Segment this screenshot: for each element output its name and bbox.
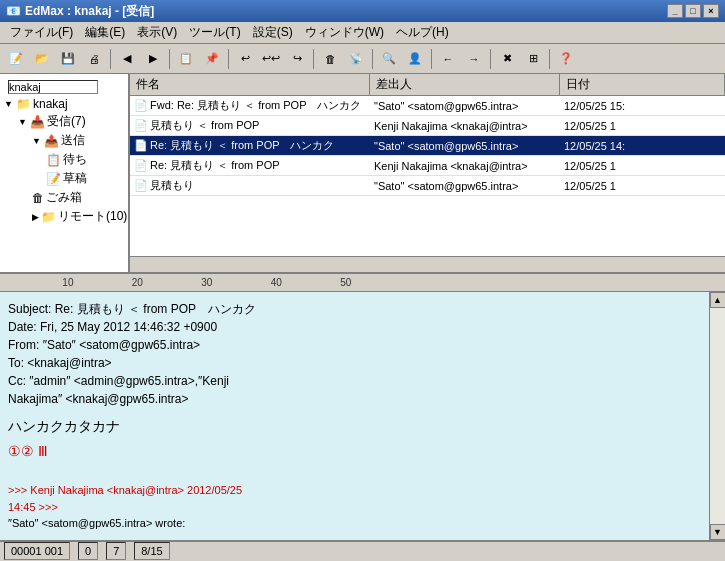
menu-settings[interactable]: 設定(S) (247, 22, 299, 43)
email-subject-4: 📄 見積もり (130, 176, 370, 195)
preview-scrollbar[interactable]: ▲ ▼ (709, 292, 725, 540)
root-icon: 📁 (16, 97, 31, 111)
preview-content[interactable]: Subject: Re: 見積もり ＜ from POP ハンカク Date: … (0, 292, 709, 540)
email-list: 件名 差出人 日付 📄 Fwd: Re: 見積もり ＜ from POP ハンカ… (130, 74, 725, 272)
tb-grid[interactable]: ⊞ (521, 47, 545, 71)
pending-label: 待ち (63, 151, 87, 168)
title-bar-left: 📧 EdMax : knakaj - [受信] (6, 3, 154, 20)
sent-icon: 📤 (44, 134, 59, 148)
tree-item-pending[interactable]: 📋 待ち (46, 150, 124, 169)
email-icon-2: 📄 (134, 139, 148, 152)
email-list-header: 件名 差出人 日付 (130, 74, 725, 96)
tb-back[interactable]: ◀ (115, 47, 139, 71)
status-field2: 0 (78, 542, 98, 560)
email-subject-0: 📄 Fwd: Re: 見積もり ＜ from POP ハンカク (130, 96, 370, 115)
tree-item-trash[interactable]: 🗑 ごみ箱 (32, 188, 124, 207)
toolbar-separator-7 (490, 49, 491, 69)
scroll-up-arrow[interactable]: ▲ (710, 292, 726, 308)
toolbar-separator-1 (110, 49, 111, 69)
title-bar: 📧 EdMax : knakaj - [受信] _ □ × (0, 0, 725, 22)
tb-open[interactable]: 📂 (30, 47, 54, 71)
status-field4: 8/15 (134, 542, 169, 560)
tb-send-receive[interactable]: 📡 (344, 47, 368, 71)
tb-help[interactable]: ❓ (554, 47, 578, 71)
tb-left[interactable]: ← (436, 47, 460, 71)
tb-search[interactable]: 🔍 (377, 47, 401, 71)
remote-label: リモート(10) (58, 208, 127, 225)
status-field3: 7 (106, 542, 126, 560)
email-date-4: 12/05/25 1 (560, 178, 725, 194)
tb-new[interactable]: 📝 (4, 47, 28, 71)
app-icon: 📧 (6, 4, 21, 18)
horizontal-scrollbar[interactable] (130, 256, 725, 272)
menu-file[interactable]: ファイル(F) (4, 22, 79, 43)
tree-sent-children: 📋 待ち 📝 草稿 (46, 150, 124, 188)
email-icon-4: 📄 (134, 179, 148, 192)
tree-root[interactable]: ▼ 📁 knakaj (4, 96, 124, 112)
expand-icon-sent: ▼ (32, 136, 42, 146)
inbox-label: 受信(7) (47, 113, 86, 130)
menu-edit[interactable]: 編集(E) (79, 22, 131, 43)
email-row-2[interactable]: 📄 Re: 見積もり ＜ from POP ハンカク "Sato" <satom… (130, 136, 725, 156)
folder-input-area (4, 78, 124, 96)
email-row-1[interactable]: 📄 見積もり ＜ from POP Kenji Nakajima <knakaj… (130, 116, 725, 136)
email-from-3: Kenji Nakajima <knakaj@intra> (370, 158, 560, 174)
email-rows: 📄 Fwd: Re: 見積もり ＜ from POP ハンカク "Sato" <… (130, 96, 725, 256)
remote-icon: 📁 (41, 210, 56, 224)
folder-input[interactable] (8, 80, 98, 94)
menu-window[interactable]: ウィンドウ(W) (299, 22, 390, 43)
preview-content-wrap: Subject: Re: 見積もり ＜ from POP ハンカク Date: … (0, 292, 725, 540)
tb-paste[interactable]: 📌 (200, 47, 224, 71)
menu-help[interactable]: ヘルプ(H) (390, 22, 455, 43)
tb-address[interactable]: 👤 (403, 47, 427, 71)
email-icon-1: 📄 (134, 119, 148, 132)
menu-view[interactable]: 表示(V) (131, 22, 183, 43)
toolbar-separator-6 (431, 49, 432, 69)
tb-reply-all[interactable]: ↩↩ (259, 47, 283, 71)
scroll-down-arrow[interactable]: ▼ (710, 524, 726, 540)
preview-date: Date: Fri, 25 May 2012 14:46:32 +0900 (8, 318, 701, 336)
tb-reply[interactable]: ↩ (233, 47, 257, 71)
status-bar: 00001 001 0 7 8/15 (0, 540, 725, 561)
email-from-4: "Sato" <satom@gpw65.intra> (370, 178, 560, 194)
tree-item-inbox[interactable]: ▼ 📥 受信(7) (18, 112, 124, 131)
tb-stop[interactable]: ✖ (495, 47, 519, 71)
email-from-1: Kenji Nakajima <knakaj@intra> (370, 118, 560, 134)
close-button[interactable]: × (703, 4, 719, 18)
sent-label: 送信 (61, 132, 85, 149)
tb-copy[interactable]: 📋 (174, 47, 198, 71)
tree-item-remote[interactable]: ▶ 📁 リモート(10) (32, 207, 124, 226)
scroll-track[interactable] (710, 308, 726, 524)
tb-print[interactable]: 🖨 (82, 47, 106, 71)
preview-circle-nums: ①② Ⅲ (8, 441, 701, 462)
tree-item-sent[interactable]: ▼ 📤 送信 (32, 131, 124, 150)
email-row-0[interactable]: 📄 Fwd: Re: 見積もり ＜ from POP ハンカク "Sato" <… (130, 96, 725, 116)
menu-tools[interactable]: ツール(T) (183, 22, 246, 43)
maximize-button[interactable]: □ (685, 4, 701, 18)
email-date-0: 12/05/25 15: (560, 98, 725, 114)
col-header-from[interactable]: 差出人 (370, 74, 560, 95)
email-row-4[interactable]: 📄 見積もり "Sato" <satom@gpw65.intra> 12/05/… (130, 176, 725, 196)
expand-icon-inbox: ▼ (18, 117, 28, 127)
tb-forward-mail[interactable]: ↪ (285, 47, 309, 71)
tb-right[interactable]: → (462, 47, 486, 71)
root-label: knakaj (33, 97, 68, 111)
preview-cc: Cc: ″admin″ <admin@gpw65.intra>,″Kenji (8, 372, 701, 390)
email-row-3[interactable]: 📄 Re: 見積もり ＜ from POP Kenji Nakajima <kn… (130, 156, 725, 176)
col-header-date[interactable]: 日付 (560, 74, 725, 95)
tb-save[interactable]: 💾 (56, 47, 80, 71)
trash-label: ごみ箱 (46, 189, 82, 206)
tb-delete[interactable]: 🗑 (318, 47, 342, 71)
upper-area: ▼ 📁 knakaj ▼ 📥 受信(7) ▼ 📤 送信 (0, 74, 725, 274)
email-subject-1: 📄 見積もり ＜ from POP (130, 116, 370, 135)
email-date-2: 12/05/25 14: (560, 138, 725, 154)
tree-item-draft[interactable]: 📝 草稿 (46, 169, 124, 188)
col-header-subject[interactable]: 件名 (130, 74, 370, 95)
tree-inbox-children: ▼ 📤 送信 📋 待ち 📝 草稿 (32, 131, 124, 226)
toolbar-separator-5 (372, 49, 373, 69)
preview-wrote-line: ″Sato″ <satom@gpw65.intra> wrote: (8, 515, 701, 532)
title-bar-controls[interactable]: _ □ × (667, 4, 719, 18)
tb-forward[interactable]: ▶ (141, 47, 165, 71)
minimize-button[interactable]: _ (667, 4, 683, 18)
email-icon-0: 📄 (134, 99, 148, 112)
